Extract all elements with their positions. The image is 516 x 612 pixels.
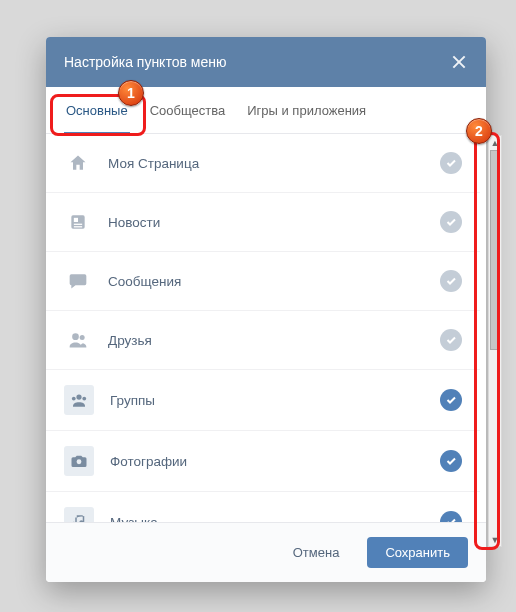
svg-rect-1	[74, 218, 78, 222]
list-item[interactable]: Друзья	[46, 311, 480, 370]
svg-point-7	[72, 397, 76, 401]
svg-point-5	[80, 335, 85, 340]
home-icon	[64, 149, 92, 177]
list-item[interactable]: Музыка	[46, 492, 480, 522]
tab-bar: Основные Сообщества Игры и приложения	[46, 87, 486, 134]
list-item-label: Музыка	[110, 515, 424, 523]
svg-point-4	[72, 333, 79, 340]
tab-main[interactable]: Основные	[64, 87, 130, 134]
svg-point-8	[82, 397, 86, 401]
news-icon	[64, 208, 92, 236]
tab-communities[interactable]: Сообщества	[148, 87, 228, 134]
scrollbar[interactable]: ▲ ▼	[488, 135, 502, 547]
close-icon[interactable]	[450, 53, 468, 71]
svg-point-9	[77, 459, 82, 464]
list-item-label: Друзья	[108, 333, 424, 348]
tab-games-apps[interactable]: Игры и приложения	[245, 87, 368, 134]
list-item-label: Новости	[108, 215, 424, 230]
toggle-checkmark[interactable]	[440, 270, 462, 292]
modal-footer: Отмена Сохранить	[46, 522, 486, 582]
svg-rect-3	[74, 226, 82, 227]
toggle-checkmark[interactable]	[440, 211, 462, 233]
toggle-checkmark[interactable]	[440, 152, 462, 174]
list-item-label: Моя Страница	[108, 156, 424, 171]
friends-icon	[64, 326, 92, 354]
list-item[interactable]: Моя Страница	[46, 134, 480, 193]
toggle-checkmark[interactable]	[440, 389, 462, 411]
list-item-label: Фотографии	[110, 454, 424, 469]
music-icon	[64, 507, 94, 522]
scrollbar-thumb[interactable]	[490, 150, 500, 350]
list-item[interactable]: Новости	[46, 193, 480, 252]
save-button[interactable]: Сохранить	[367, 537, 468, 568]
menu-items-list[interactable]: Моя Страница Новости Сообщения	[46, 134, 486, 522]
svg-point-6	[76, 394, 81, 399]
cancel-button[interactable]: Отмена	[275, 537, 358, 568]
scroll-down-icon[interactable]: ▼	[489, 533, 501, 546]
toggle-checkmark[interactable]	[440, 511, 462, 522]
scroll-up-icon[interactable]: ▲	[489, 136, 501, 149]
toggle-checkmark[interactable]	[440, 450, 462, 472]
messages-icon	[64, 267, 92, 295]
list-item[interactable]: Фотографии	[46, 431, 480, 492]
toggle-checkmark[interactable]	[440, 329, 462, 351]
groups-icon	[64, 385, 94, 415]
menu-settings-modal: Настройка пунктов меню Основные Сообщест…	[46, 37, 486, 582]
list-item-label: Сообщения	[108, 274, 424, 289]
svg-rect-2	[74, 224, 82, 225]
list-item[interactable]: Группы	[46, 370, 480, 431]
modal-header: Настройка пунктов меню	[46, 37, 486, 87]
modal-title: Настройка пунктов меню	[64, 54, 226, 70]
list-item-label: Группы	[110, 393, 424, 408]
photos-icon	[64, 446, 94, 476]
list-item[interactable]: Сообщения	[46, 252, 480, 311]
